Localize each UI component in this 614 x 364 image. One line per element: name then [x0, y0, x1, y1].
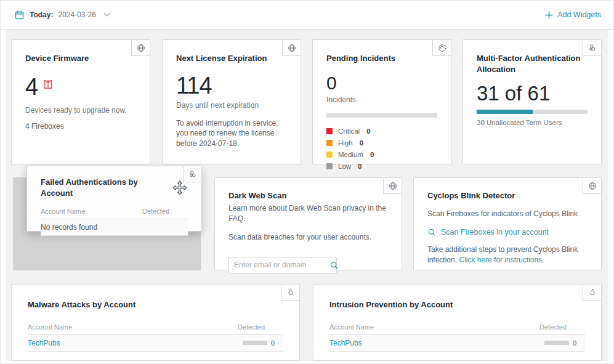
- account-link[interactable]: TechPubs: [329, 339, 362, 347]
- widget-source-badge: [583, 285, 601, 301]
- failed-auth-table: Account Name Detected No records found: [41, 204, 188, 236]
- date-range-selector[interactable]: Today: 2024-03-26: [14, 10, 110, 20]
- low-swatch: [326, 163, 333, 169]
- widget-title: Malware Attacks by Account: [28, 299, 283, 310]
- widget-source-badge: [183, 166, 201, 182]
- today-label: Today:: [30, 10, 53, 19]
- detected-bar: [544, 341, 569, 345]
- mfa-allocation-value: 31 of 61: [477, 83, 588, 103]
- medium-swatch: [326, 152, 333, 158]
- widget-source-badge: [281, 285, 299, 301]
- incidents-subtitle: Incidents: [326, 95, 437, 104]
- widget-source-badge: [383, 178, 402, 194]
- search-icon[interactable]: [329, 261, 339, 270]
- search-icon: [427, 228, 436, 237]
- widget-pending-incidents: Pending Incidents 0 Incidents Critical 0…: [312, 39, 451, 164]
- cyclops-instructions: Take additional steps to prevent Cyclops…: [427, 245, 588, 266]
- account-link[interactable]: TechPubs: [28, 339, 60, 347]
- widget-license-expiration: Next License Expiration 114 Days until n…: [162, 39, 301, 164]
- detected-value: 0: [573, 339, 576, 347]
- add-widgets-label: Add Widgets: [557, 10, 601, 19]
- scan-fireboxes-link[interactable]: Scan Fireboxes in your account: [427, 228, 588, 237]
- legend-value: 0: [358, 163, 362, 170]
- dark-web-search-field[interactable]: [228, 257, 337, 273]
- widget-title: Multi-Factor Authentication Allocation: [477, 53, 588, 75]
- mfa-allocation-fill: [477, 110, 533, 114]
- legend-value: 0: [366, 127, 370, 135]
- widget-failed-authentications[interactable]: Failed Authentications by Account Accoun…: [26, 166, 202, 232]
- widget-mfa-allocation: Multi-Factor Authentication Allocation 3…: [463, 39, 602, 164]
- legend-item-low: Low 0: [326, 163, 437, 170]
- widget-title: Failed Authentications by Account: [41, 177, 166, 198]
- intrusion-table: Account Name Detected TechPubs 0: [329, 320, 585, 352]
- dark-web-privacy-text: Learn more about Dark Web Scan privacy i…: [228, 203, 388, 225]
- firebox-flame-icon: [286, 288, 295, 297]
- globe-icon: [588, 181, 597, 191]
- plus-icon: [545, 11, 553, 19]
- top-toolbar: Today: 2024-03-26 Add Widgets: [1, 1, 614, 30]
- upgrade-arrow-icon: [42, 79, 54, 90]
- dark-web-description: Scan data breaches for your user account…: [228, 232, 388, 243]
- column-account-name: Account Name: [28, 323, 72, 331]
- detected-cell: 0: [243, 339, 283, 347]
- widget-source-badge: [282, 40, 301, 56]
- malware-table: Account Name Detected TechPubs 0: [28, 320, 283, 352]
- no-records-text: No records found: [41, 223, 97, 232]
- column-account-name: Account Name: [41, 208, 85, 215]
- column-detected: Detected: [539, 323, 585, 331]
- legend-item-medium: Medium 0: [326, 151, 437, 158]
- authpoint-icon: [588, 43, 597, 53]
- firmware-upgrade-count: 4: [25, 75, 38, 99]
- legend-item-high: High 0: [326, 139, 437, 147]
- legend-label: Low: [338, 163, 351, 170]
- legend-value: 0: [360, 139, 363, 147]
- widget-source-badge: [432, 40, 451, 56]
- calendar-icon: [14, 10, 25, 20]
- globe-icon: [388, 181, 398, 191]
- cyclops-description: Scan Fireboxes for indicators of Cyclops…: [427, 209, 588, 219]
- license-days-value: 114: [176, 74, 287, 97]
- empty-row: No records found: [41, 219, 188, 236]
- threatsync-icon: [437, 43, 447, 53]
- scan-link-label: Scan Fireboxes in your account: [441, 228, 549, 237]
- widget-malware-attacks: Malware Attacks by Account Account Name …: [11, 284, 300, 361]
- table-header-row: Account Name Detected: [28, 320, 283, 335]
- legend-value: 0: [370, 151, 374, 158]
- email-domain-input[interactable]: [234, 261, 329, 269]
- column-detected: Detected: [142, 208, 188, 215]
- legend-label: Critical: [338, 127, 360, 135]
- widget-source-badge: [583, 178, 601, 194]
- widget-title: Next License Expiration: [176, 53, 287, 64]
- detected-bar: [243, 341, 267, 345]
- widget-cyclops-blink: Cyclops Blink Detector Scan Fireboxes fo…: [413, 177, 602, 270]
- column-detected: Detected: [238, 323, 283, 331]
- firmware-note: 4 Fireboxes: [25, 122, 136, 131]
- firebox-flame-icon: [588, 288, 597, 297]
- legend-item-critical: Critical 0: [326, 127, 437, 135]
- current-date: 2024-03-26: [58, 10, 95, 19]
- legend-label: Medium: [338, 151, 363, 158]
- firmware-subtitle: Devices ready to upgrade now.: [25, 106, 136, 115]
- add-widgets-button[interactable]: Add Widgets: [545, 10, 601, 19]
- table-row: TechPubs 0: [329, 335, 585, 352]
- widget-title: Intrusion Prevention by Account: [329, 299, 585, 310]
- table-header-row: Account Name Detected: [41, 204, 188, 219]
- widget-device-firmware: Device Firmware 4 Devices ready to upgra…: [11, 39, 150, 164]
- widget-title: Cyclops Blink Detector: [427, 190, 588, 201]
- widget-dark-web-scan: Dark Web Scan Learn more about Dark Web …: [214, 177, 402, 270]
- instructions-link[interactable]: Click here for instructions.: [459, 256, 544, 264]
- license-note: To avoid interruption in service, you ne…: [176, 118, 287, 149]
- legend-label: High: [338, 139, 353, 147]
- mfa-allocation-bar: [477, 110, 588, 114]
- widget-source-badge: [131, 40, 150, 56]
- critical-swatch: [326, 128, 333, 134]
- detected-cell: 0: [544, 339, 585, 347]
- globe-icon: [287, 43, 297, 53]
- globe-icon: [136, 43, 146, 53]
- table-row: TechPubs 0: [28, 335, 283, 352]
- column-account-name: Account Name: [329, 323, 374, 331]
- widget-source-badge: [583, 40, 601, 56]
- widget-title: Dark Web Scan: [228, 190, 388, 201]
- incidents-severity-bar: [326, 113, 437, 118]
- detected-value: 0: [271, 339, 275, 347]
